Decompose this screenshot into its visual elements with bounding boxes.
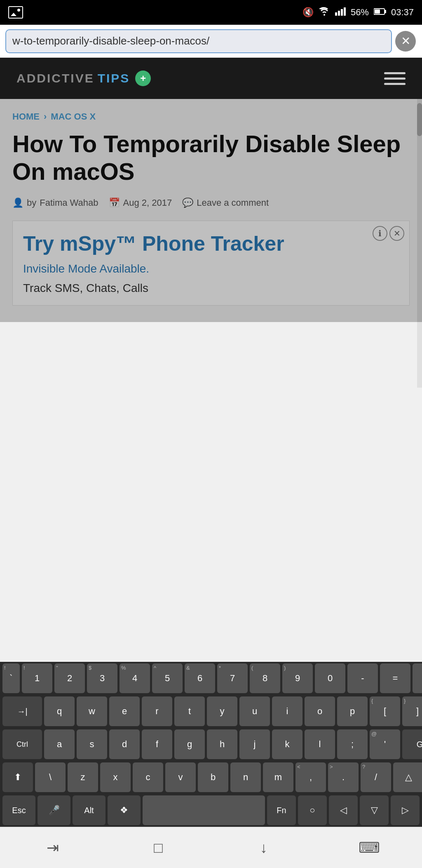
key-v[interactable]: v: [165, 762, 196, 792]
key-p[interactable]: p: [337, 696, 368, 726]
breadcrumb-home-link[interactable]: HOME: [12, 111, 40, 122]
key-a[interactable]: a: [44, 729, 75, 759]
ad-close-button[interactable]: ✕: [389, 226, 404, 241]
nav-home-button[interactable]: ↓: [251, 835, 276, 860]
key-period[interactable]: >.: [328, 762, 359, 792]
key-n[interactable]: n: [230, 762, 261, 792]
key-c[interactable]: c: [133, 762, 163, 792]
ad-title[interactable]: Try mSpy™ Phone Tracker: [23, 231, 399, 256]
article-date: Aug 2, 2017: [123, 198, 172, 208]
key-f[interactable]: f: [142, 729, 172, 759]
author-name[interactable]: Fatima Wahab: [40, 198, 98, 208]
key-u[interactable]: u: [239, 696, 270, 726]
key-y[interactable]: y: [207, 696, 237, 726]
key-1[interactable]: !1: [22, 663, 52, 693]
article-area: HOME › MAC OS X How To Temporarily Disab…: [0, 99, 422, 322]
key-5[interactable]: ^5: [152, 663, 183, 693]
key-x[interactable]: x: [100, 762, 131, 792]
ad-info-button[interactable]: ℹ: [373, 226, 387, 241]
key-esc[interactable]: Esc: [2, 795, 35, 825]
battery-percentage: 56%: [351, 7, 369, 18]
key-r[interactable]: r: [142, 696, 172, 726]
hamburger-menu-button[interactable]: [384, 72, 406, 85]
scrollbar[interactable]: [417, 99, 422, 388]
url-clear-button[interactable]: ✕: [395, 31, 416, 52]
key-microphone[interactable]: 🎤: [38, 795, 70, 825]
breadcrumb-current[interactable]: MAC OS X: [51, 111, 96, 122]
key-minus[interactable]: -: [347, 663, 378, 693]
nav-back-button[interactable]: ⇥: [40, 835, 65, 860]
key-m[interactable]: m: [263, 762, 293, 792]
key-quote[interactable]: @': [370, 729, 400, 759]
time-display: 03:37: [391, 7, 414, 18]
comment-link[interactable]: Leave a comment: [197, 198, 269, 208]
article-meta: 👤 by Fatima Wahab 📅 Aug 2, 2017 💬 Leave …: [12, 198, 410, 208]
hamburger-line-3: [384, 83, 406, 85]
key-fn[interactable]: Fn: [267, 795, 296, 825]
key-tab[interactable]: →|: [2, 696, 42, 726]
key-close-bracket[interactable]: }]: [402, 696, 422, 726]
mute-icon: 🔇: [302, 7, 314, 18]
key-i[interactable]: i: [272, 696, 302, 726]
image-icon: [8, 6, 23, 19]
date-meta: 📅 Aug 2, 2017: [109, 198, 172, 208]
key-2[interactable]: "2: [54, 663, 85, 693]
key-q[interactable]: q: [44, 696, 75, 726]
website-content: ADDICTIVE TIPS + HOME › MAC OS X How To …: [0, 58, 422, 322]
logo-addictive: ADDICTIVE: [16, 71, 94, 85]
nav-home-icon: ↓: [260, 839, 267, 856]
nav-back-icon: ⇥: [47, 839, 59, 856]
key-7[interactable]: *7: [217, 663, 248, 693]
key-z[interactable]: z: [68, 762, 98, 792]
calendar-icon: 📅: [109, 198, 120, 208]
key-backspace[interactable]: ⌫: [413, 663, 422, 693]
key-backslash[interactable]: \: [35, 762, 66, 792]
key-o[interactable]: o: [305, 696, 335, 726]
key-open-bracket[interactable]: {[: [370, 696, 400, 726]
key-9[interactable]: )9: [282, 663, 313, 693]
key-g[interactable]: g: [174, 729, 205, 759]
key-6[interactable]: &6: [185, 663, 215, 693]
key-e[interactable]: e: [109, 696, 140, 726]
key-3[interactable]: $3: [87, 663, 117, 693]
key-down-arrow[interactable]: ▽: [360, 795, 389, 825]
key-ctrl[interactable]: Ctrl: [2, 729, 42, 759]
key-circle[interactable]: ○: [298, 795, 327, 825]
nav-recent-button[interactable]: □: [146, 835, 171, 860]
key-d[interactable]: d: [109, 729, 140, 759]
key-8[interactable]: (8: [250, 663, 280, 693]
author-by-label: by: [27, 198, 36, 208]
key-semicolon[interactable]: ;: [337, 729, 368, 759]
key-go[interactable]: Go: [402, 729, 422, 759]
key-0[interactable]: 0: [315, 663, 345, 693]
bottom-nav: ⇥ □ ↓ ⌨: [0, 827, 422, 868]
site-logo: ADDICTIVE TIPS +: [16, 71, 151, 86]
key-w[interactable]: w: [77, 696, 107, 726]
key-k[interactable]: k: [272, 729, 302, 759]
key-special-symbol[interactable]: ❖: [108, 795, 141, 825]
scrollbar-thumb[interactable]: [417, 103, 422, 136]
key-l[interactable]: l: [305, 729, 335, 759]
key-t[interactable]: t: [174, 696, 205, 726]
key-slash[interactable]: ?/: [361, 762, 391, 792]
key-backtick[interactable]: ! `: [2, 663, 20, 693]
nav-keyboard-button[interactable]: ⌨: [357, 835, 382, 860]
key-next[interactable]: ▷: [391, 795, 420, 825]
svg-rect-0: [335, 12, 337, 16]
ad-banner: ℹ ✕ Try mSpy™ Phone Tracker Invisible Mo…: [12, 221, 410, 306]
key-previous[interactable]: ◁: [329, 795, 358, 825]
key-b[interactable]: b: [198, 762, 228, 792]
status-bar-right: 🔇 56% 03:37: [302, 7, 414, 18]
key-j[interactable]: j: [239, 729, 270, 759]
url-input[interactable]: [6, 30, 391, 52]
key-4[interactable]: %4: [120, 663, 150, 693]
key-alt[interactable]: Alt: [73, 795, 106, 825]
key-s[interactable]: s: [77, 729, 107, 759]
svg-rect-1: [338, 11, 340, 16]
key-equals[interactable]: =: [380, 663, 410, 693]
key-space[interactable]: [143, 795, 265, 825]
key-comma[interactable]: <,: [295, 762, 326, 792]
key-shift-left[interactable]: ⬆: [2, 762, 33, 792]
key-h[interactable]: h: [207, 729, 237, 759]
key-triangle-up[interactable]: △: [393, 762, 422, 792]
